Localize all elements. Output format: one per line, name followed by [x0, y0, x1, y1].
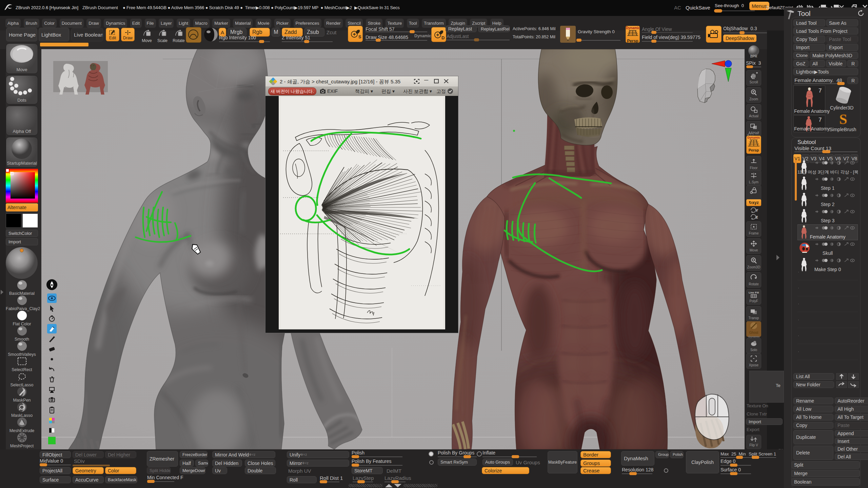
svg-text:D: D — [441, 35, 445, 40]
svg-text:Line Fill: Line Fill — [749, 291, 759, 294]
svg-text:Y: Y — [756, 209, 758, 212]
svg-text:M: M — [147, 32, 150, 36]
svg-text:S: S — [839, 112, 847, 127]
svg-text:S: S — [358, 34, 361, 39]
svg-text:BPR: BPR — [750, 55, 757, 58]
svg-text:Z: Z — [756, 216, 758, 219]
svg-text:R: R — [179, 32, 182, 36]
svg-text:S: S — [163, 32, 165, 36]
